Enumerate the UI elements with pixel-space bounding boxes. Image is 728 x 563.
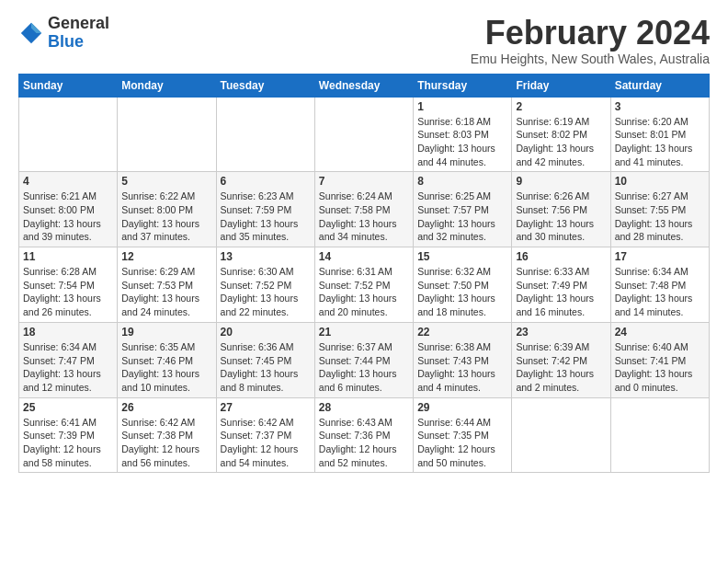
day-number: 6 xyxy=(221,175,311,188)
calendar-cell: 24Sunrise: 6:40 AM Sunset: 7:41 PM Dayli… xyxy=(610,322,709,397)
day-number: 17 xyxy=(615,250,705,263)
day-detail: Sunrise: 6:42 AM Sunset: 7:38 PM Dayligh… xyxy=(121,416,211,470)
calendar-cell: 14Sunrise: 6:31 AM Sunset: 7:52 PM Dayli… xyxy=(314,247,413,323)
day-header-saturday: Saturday xyxy=(610,74,709,97)
day-number: 29 xyxy=(417,401,507,414)
calendar-cell: 6Sunrise: 6:23 AM Sunset: 7:59 PM Daylig… xyxy=(216,172,314,247)
calendar-cell xyxy=(314,97,413,172)
day-header-thursday: Thursday xyxy=(414,74,512,97)
day-number: 24 xyxy=(615,326,705,339)
day-detail: Sunrise: 6:21 AM Sunset: 8:00 PM Dayligh… xyxy=(23,190,113,244)
calendar-cell: 10Sunrise: 6:27 AM Sunset: 7:55 PM Dayli… xyxy=(610,172,709,247)
calendar-cell: 12Sunrise: 6:29 AM Sunset: 7:53 PM Dayli… xyxy=(118,247,216,323)
day-number: 15 xyxy=(417,250,507,263)
day-detail: Sunrise: 6:26 AM Sunset: 7:56 PM Dayligh… xyxy=(516,190,606,244)
day-detail: Sunrise: 6:41 AM Sunset: 7:39 PM Dayligh… xyxy=(23,416,113,470)
calendar-cell: 4Sunrise: 6:21 AM Sunset: 8:00 PM Daylig… xyxy=(19,172,118,247)
calendar-cell xyxy=(216,97,314,172)
calendar-cell: 13Sunrise: 6:30 AM Sunset: 7:52 PM Dayli… xyxy=(216,247,314,323)
day-header-monday: Monday xyxy=(118,74,216,97)
day-detail: Sunrise: 6:37 AM Sunset: 7:44 PM Dayligh… xyxy=(319,340,409,395)
day-number: 2 xyxy=(516,100,606,113)
day-number: 14 xyxy=(319,250,409,263)
day-number: 25 xyxy=(23,401,113,414)
calendar-cell: 22Sunrise: 6:38 AM Sunset: 7:43 PM Dayli… xyxy=(414,322,512,397)
day-detail: Sunrise: 6:42 AM Sunset: 7:37 PM Dayligh… xyxy=(221,416,311,470)
day-number: 27 xyxy=(221,401,311,414)
day-detail: Sunrise: 6:36 AM Sunset: 7:45 PM Dayligh… xyxy=(221,340,311,395)
page-header: General Blue February 2024 Emu Heights, … xyxy=(18,15,710,66)
day-detail: Sunrise: 6:19 AM Sunset: 8:02 PM Dayligh… xyxy=(516,115,606,169)
day-detail: Sunrise: 6:28 AM Sunset: 7:54 PM Dayligh… xyxy=(23,265,113,319)
day-detail: Sunrise: 6:22 AM Sunset: 8:00 PM Dayligh… xyxy=(121,190,211,244)
day-number: 7 xyxy=(319,175,409,188)
logo-text: General Blue xyxy=(48,15,109,52)
day-number: 26 xyxy=(121,401,211,414)
day-number: 9 xyxy=(516,175,606,188)
day-number: 16 xyxy=(516,250,606,263)
calendar-cell xyxy=(512,397,610,473)
day-header-wednesday: Wednesday xyxy=(314,74,413,97)
day-detail: Sunrise: 6:30 AM Sunset: 7:52 PM Dayligh… xyxy=(221,265,311,319)
day-detail: Sunrise: 6:44 AM Sunset: 7:35 PM Dayligh… xyxy=(417,416,507,470)
day-number: 5 xyxy=(121,175,211,188)
day-detail: Sunrise: 6:40 AM Sunset: 7:41 PM Dayligh… xyxy=(615,340,705,395)
calendar-cell: 16Sunrise: 6:33 AM Sunset: 7:49 PM Dayli… xyxy=(512,247,610,323)
day-detail: Sunrise: 6:43 AM Sunset: 7:36 PM Dayligh… xyxy=(319,416,409,470)
calendar-cell: 15Sunrise: 6:32 AM Sunset: 7:50 PM Dayli… xyxy=(414,247,512,323)
calendar-cell: 5Sunrise: 6:22 AM Sunset: 8:00 PM Daylig… xyxy=(118,172,216,247)
day-detail: Sunrise: 6:31 AM Sunset: 7:52 PM Dayligh… xyxy=(319,265,409,319)
calendar-cell xyxy=(610,397,709,473)
day-number: 1 xyxy=(417,100,507,113)
calendar-table: SundayMondayTuesdayWednesdayThursdayFrid… xyxy=(18,74,710,474)
day-detail: Sunrise: 6:24 AM Sunset: 7:58 PM Dayligh… xyxy=(319,190,409,244)
day-header-tuesday: Tuesday xyxy=(216,74,314,97)
day-header-friday: Friday xyxy=(512,74,610,97)
calendar-cell: 18Sunrise: 6:34 AM Sunset: 7:47 PM Dayli… xyxy=(19,322,118,397)
logo-icon xyxy=(18,20,44,46)
day-detail: Sunrise: 6:23 AM Sunset: 7:59 PM Dayligh… xyxy=(221,190,311,244)
calendar-cell: 29Sunrise: 6:44 AM Sunset: 7:35 PM Dayli… xyxy=(414,397,512,473)
week-row-1: 1Sunrise: 6:18 AM Sunset: 8:03 PM Daylig… xyxy=(19,97,710,172)
calendar-cell: 17Sunrise: 6:34 AM Sunset: 7:48 PM Dayli… xyxy=(610,247,709,323)
logo: General Blue xyxy=(18,15,109,52)
calendar-cell: 20Sunrise: 6:36 AM Sunset: 7:45 PM Dayli… xyxy=(216,322,314,397)
day-number: 18 xyxy=(23,326,113,339)
location-subtitle: Emu Heights, New South Wales, Australia xyxy=(471,52,710,66)
week-row-2: 4Sunrise: 6:21 AM Sunset: 8:00 PM Daylig… xyxy=(19,172,710,247)
day-number: 3 xyxy=(615,100,705,113)
day-detail: Sunrise: 6:39 AM Sunset: 7:42 PM Dayligh… xyxy=(516,340,606,395)
calendar-cell: 28Sunrise: 6:43 AM Sunset: 7:36 PM Dayli… xyxy=(314,397,413,473)
day-number: 23 xyxy=(516,326,606,339)
day-number: 4 xyxy=(23,175,113,188)
calendar-cell: 9Sunrise: 6:26 AM Sunset: 7:56 PM Daylig… xyxy=(512,172,610,247)
calendar-cell: 19Sunrise: 6:35 AM Sunset: 7:46 PM Dayli… xyxy=(118,322,216,397)
day-number: 8 xyxy=(417,175,507,188)
calendar-cell xyxy=(19,97,118,172)
day-number: 21 xyxy=(319,326,409,339)
day-detail: Sunrise: 6:20 AM Sunset: 8:01 PM Dayligh… xyxy=(615,115,705,169)
calendar-cell: 2Sunrise: 6:19 AM Sunset: 8:02 PM Daylig… xyxy=(512,97,610,172)
week-row-5: 25Sunrise: 6:41 AM Sunset: 7:39 PM Dayli… xyxy=(19,397,710,473)
day-number: 19 xyxy=(121,326,211,339)
week-row-3: 11Sunrise: 6:28 AM Sunset: 7:54 PM Dayli… xyxy=(19,247,710,323)
day-detail: Sunrise: 6:33 AM Sunset: 7:49 PM Dayligh… xyxy=(516,265,606,319)
day-detail: Sunrise: 6:35 AM Sunset: 7:46 PM Dayligh… xyxy=(121,340,211,395)
day-number: 12 xyxy=(121,250,211,263)
day-detail: Sunrise: 6:32 AM Sunset: 7:50 PM Dayligh… xyxy=(417,265,507,319)
day-detail: Sunrise: 6:38 AM Sunset: 7:43 PM Dayligh… xyxy=(417,340,507,395)
day-number: 20 xyxy=(221,326,311,339)
day-number: 22 xyxy=(417,326,507,339)
day-number: 13 xyxy=(221,250,311,263)
day-number: 11 xyxy=(23,250,113,263)
calendar-cell: 23Sunrise: 6:39 AM Sunset: 7:42 PM Dayli… xyxy=(512,322,610,397)
month-title: February 2024 xyxy=(471,15,710,52)
calendar-cell: 8Sunrise: 6:25 AM Sunset: 7:57 PM Daylig… xyxy=(414,172,512,247)
day-detail: Sunrise: 6:27 AM Sunset: 7:55 PM Dayligh… xyxy=(615,190,705,244)
calendar-cell: 1Sunrise: 6:18 AM Sunset: 8:03 PM Daylig… xyxy=(414,97,512,172)
calendar-cell: 11Sunrise: 6:28 AM Sunset: 7:54 PM Dayli… xyxy=(19,247,118,323)
day-detail: Sunrise: 6:29 AM Sunset: 7:53 PM Dayligh… xyxy=(121,265,211,319)
day-detail: Sunrise: 6:34 AM Sunset: 7:48 PM Dayligh… xyxy=(615,265,705,319)
calendar-cell: 7Sunrise: 6:24 AM Sunset: 7:58 PM Daylig… xyxy=(314,172,413,247)
day-number: 28 xyxy=(319,401,409,414)
